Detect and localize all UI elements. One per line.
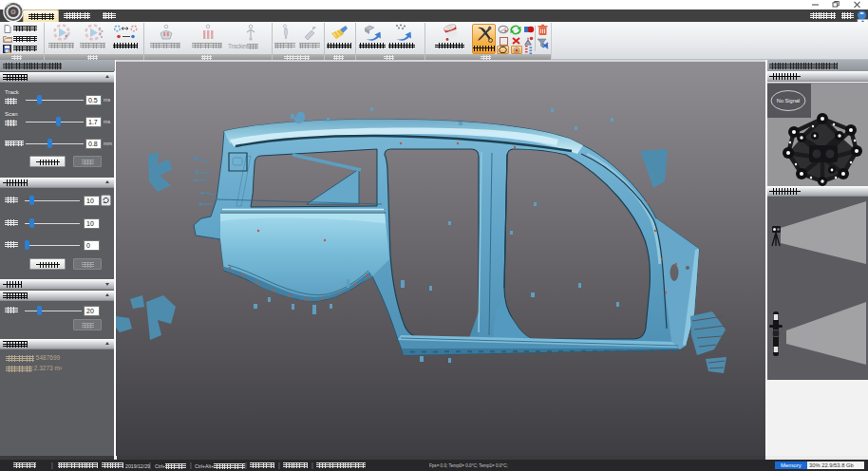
svg-text:No Signal: No Signal [777, 98, 800, 104]
